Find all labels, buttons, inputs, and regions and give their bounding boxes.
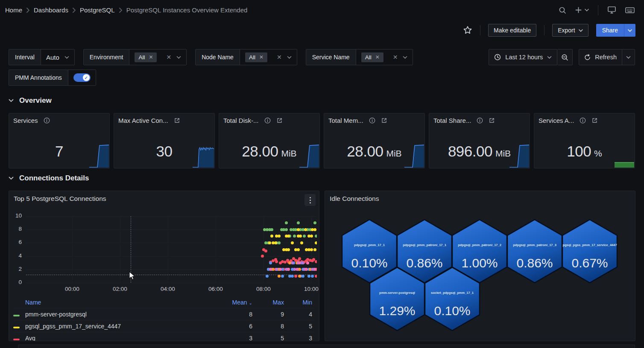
section-overview[interactable]: Overview <box>9 96 52 105</box>
hexagon-cell[interactable]: pdpgsql_pmm_patroni_17_30.86% <box>507 220 562 283</box>
svg-text:1.00%: 1.00% <box>461 256 498 270</box>
info-icon[interactable] <box>477 117 483 124</box>
external-link-icon[interactable] <box>489 117 495 124</box>
pmm-annotations-toggle[interactable]: ✓ <box>73 73 91 82</box>
breadcrumb-dashboards[interactable]: Dashboards <box>34 6 68 14</box>
info-icon[interactable] <box>369 117 375 124</box>
variable-select[interactable]: All✕✕ <box>240 49 297 65</box>
x-axis-tick: 04:00 <box>155 286 181 292</box>
data-point <box>315 235 317 238</box>
stat-panel-title[interactable]: Total Disk-... <box>223 117 259 124</box>
interval-filter: Interval Auto <box>9 49 75 65</box>
panel-title[interactable]: Idle Connections <box>330 195 379 203</box>
divider <box>544 25 544 35</box>
variable-select[interactable]: All✕✕ <box>129 49 186 65</box>
scatter-plot-area[interactable] <box>26 216 317 283</box>
variable-filters: EnvironmentAll✕✕Node NameAll✕✕Service Na… <box>83 49 422 65</box>
selected-value-chip[interactable]: All✕ <box>135 52 157 62</box>
chart-legend-table: NameMean⌄MaxMinpmm-server-postgresql894p… <box>13 297 315 341</box>
data-point <box>304 228 307 231</box>
monitor-icon[interactable] <box>607 6 616 14</box>
variable-select[interactable]: All✕✕ <box>356 49 413 65</box>
chevron-down-icon <box>403 56 407 59</box>
refresh-button[interactable]: Refresh <box>579 49 635 65</box>
data-point <box>279 268 282 271</box>
legend-row[interactable]: Avg353 <box>13 332 315 341</box>
y-axis-tick: 10 <box>12 212 22 219</box>
interval-label: Interval <box>9 49 41 65</box>
external-link-icon[interactable] <box>174 117 180 124</box>
info-icon[interactable] <box>580 117 586 124</box>
data-point <box>315 260 317 263</box>
panel-top5-connections: Top 5 PostgreSQL Connections 108642000:0… <box>9 191 319 341</box>
star-icon[interactable] <box>463 26 472 35</box>
legend-col-name[interactable]: Name <box>25 299 219 306</box>
stat-panel-total-share: Total Share...896.00MiB <box>429 113 530 168</box>
y-axis-tick: 4 <box>12 252 22 259</box>
remove-value-icon[interactable]: ✕ <box>149 54 153 60</box>
breadcrumb-home[interactable]: Home <box>5 6 22 14</box>
legend-col-max[interactable]: Max <box>252 299 284 306</box>
section-connections-details[interactable]: Connections Details <box>9 174 89 183</box>
data-point <box>298 257 301 260</box>
data-point <box>294 275 297 278</box>
info-icon[interactable] <box>44 117 50 124</box>
hexagon-cell[interactable]: pgsql_pgss_pmm_17_service_44470.67% <box>562 220 617 283</box>
search-icon[interactable] <box>559 6 566 14</box>
export-button[interactable]: Export <box>552 24 588 37</box>
legend-col-min[interactable]: Min <box>284 299 312 306</box>
data-point <box>298 275 301 278</box>
data-point <box>313 248 316 251</box>
svg-text:pdpgsql_pmm_patroni_17_2: pdpgsql_pmm_patroni_17_2 <box>458 243 501 247</box>
series-color-dash <box>13 339 20 340</box>
external-link-icon[interactable] <box>381 117 387 124</box>
refresh-icon <box>584 54 591 61</box>
external-link-icon[interactable] <box>276 117 283 124</box>
panel-menu-icon[interactable] <box>304 194 316 206</box>
data-point <box>268 241 271 244</box>
stat-panel-title[interactable]: Total Mem... <box>328 117 363 124</box>
data-point <box>291 261 294 264</box>
sparkline <box>404 144 424 168</box>
data-point <box>298 261 301 264</box>
data-point <box>291 275 294 278</box>
zoom-out-button[interactable] <box>557 49 573 65</box>
clear-all-icon[interactable]: ✕ <box>166 54 171 61</box>
data-point <box>281 275 284 278</box>
data-point <box>275 260 278 263</box>
chevron-down-icon <box>176 56 181 59</box>
refresh-interval-button[interactable] <box>622 49 635 65</box>
panel-title[interactable]: Top 5 PostgreSQL Connections <box>14 195 106 203</box>
selected-value-chip[interactable]: All✕ <box>245 52 267 62</box>
keyboard-icon[interactable] <box>625 7 635 14</box>
stats-row: Services7Max Active Con...30Total Disk-.… <box>9 113 635 168</box>
share-button[interactable]: Share <box>596 24 624 37</box>
legend-row[interactable]: pmm-server-postgresql894 <box>13 308 315 320</box>
svg-text:pdpgsql_pmm_17_1: pdpgsql_pmm_17_1 <box>354 243 385 247</box>
stat-panel-title[interactable]: Services <box>13 117 38 124</box>
interval-select[interactable]: Auto <box>41 49 74 65</box>
external-link-icon[interactable] <box>591 117 598 124</box>
legend-row[interactable]: pgsql_pgss_pmm_17_service_4447685 <box>13 320 315 332</box>
selected-value-chip[interactable]: All✕ <box>361 52 383 62</box>
toggle-check-icon: ✓ <box>83 74 90 81</box>
make-editable-button[interactable]: Make editable <box>488 24 536 37</box>
share-menu-button[interactable] <box>624 24 635 37</box>
stat-panel-title[interactable]: Total Share... <box>433 117 471 124</box>
info-icon[interactable] <box>264 117 271 124</box>
time-range-picker[interactable]: Last 12 hours <box>489 49 557 65</box>
divider <box>598 5 598 15</box>
legend-col-mean[interactable]: Mean⌄ <box>219 299 252 306</box>
breadcrumb-postgresql[interactable]: PostgreSQL <box>80 6 115 14</box>
stat-panel-title[interactable]: Services A... <box>539 117 574 124</box>
panel-idle-connections: Idle Connections pdpgsql_pmm_17_10.10%pd… <box>325 191 635 341</box>
stat-panel-total-mem: Total Mem...28.00MiB <box>324 113 425 168</box>
remove-value-icon[interactable]: ✕ <box>375 54 380 60</box>
clear-all-icon[interactable]: ✕ <box>393 54 398 61</box>
clear-all-icon[interactable]: ✕ <box>277 54 282 61</box>
x-axis-tick: 10:00 <box>299 286 319 292</box>
stat-panel-title[interactable]: Max Active Con... <box>118 117 168 124</box>
add-menu-button[interactable] <box>575 7 589 13</box>
remove-value-icon[interactable]: ✕ <box>259 54 263 60</box>
data-point <box>297 228 300 231</box>
